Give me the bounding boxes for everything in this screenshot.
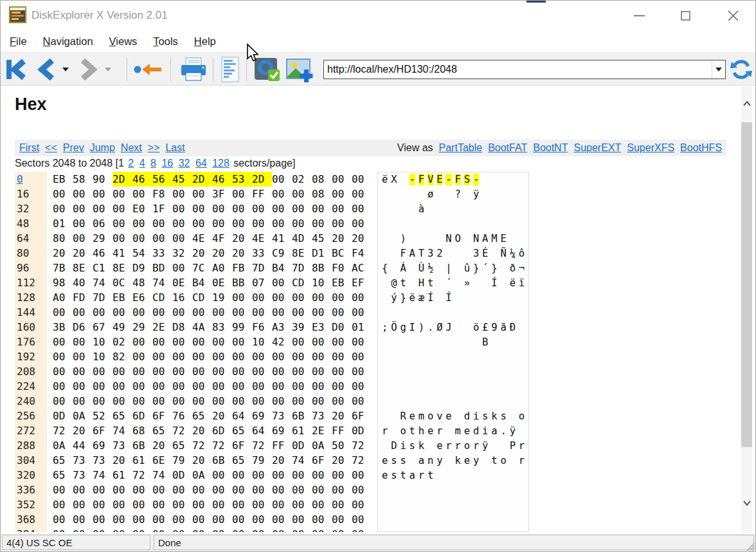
view-as-link-bootnt[interactable]: BootNT — [533, 142, 568, 154]
hex-byte: 02 — [292, 172, 312, 187]
hex-byte: 00 — [212, 379, 232, 394]
hex-byte: 00 — [252, 216, 272, 231]
resize-grip-icon[interactable] — [745, 541, 755, 551]
url-input[interactable] — [324, 61, 712, 78]
hex-byte: 0A — [53, 438, 73, 453]
hex-byte: 00 — [152, 394, 172, 409]
hex-byte: 00 — [272, 349, 292, 364]
hex-byte: 00 — [73, 512, 93, 527]
hex-byte: 00 — [172, 305, 192, 320]
hex-byte: 69 — [93, 438, 113, 453]
ascii-row: ëX -FVE-FS- — [378, 172, 528, 187]
hex-byte: 00 — [312, 305, 332, 320]
offset-0[interactable]: 0 — [15, 172, 47, 187]
hex-byte: 61 — [132, 453, 152, 468]
hex-row: 128A0FD7DEBE6CD16CD1900000000000000 — [15, 290, 372, 305]
nav-link-[interactable]: << — [45, 142, 57, 154]
hex-byte: 00 — [53, 187, 73, 201]
menu-item-navigation[interactable]: Navigation — [43, 35, 93, 48]
view-as-link-superext[interactable]: SuperEXT — [573, 142, 621, 154]
hex-byte: D8 — [172, 320, 192, 335]
hex-byte: 7B — [53, 261, 73, 275]
hex-byte: 00 — [132, 497, 152, 512]
ascii-row — [378, 217, 528, 232]
sectors-per-page-link-16[interactable]: 16 — [161, 158, 173, 169]
hex-byte: 4E — [252, 231, 272, 246]
hex-byte: 00 — [212, 335, 232, 349]
sectors-per-page-link-64[interactable]: 64 — [195, 158, 207, 169]
hex-byte: 00 — [232, 187, 252, 201]
image-add-button[interactable] — [286, 57, 313, 82]
first-button[interactable] — [4, 57, 28, 82]
view-as-link-bootfat[interactable]: BootFAT — [488, 142, 527, 154]
maximize-button[interactable] — [665, 1, 705, 30]
title-bar: DiskExplorer X Version 2.01 — [1, 1, 755, 30]
hex-byte: 00 — [93, 187, 113, 201]
hex-row: 30465737320616E79206B657920746F2072 — [15, 453, 372, 468]
hex-byte: 52 — [93, 409, 113, 423]
hex-byte: 00 — [332, 172, 352, 187]
minimize-button[interactable] — [619, 1, 659, 30]
hex-byte: 00 — [332, 379, 352, 394]
nav-link-last[interactable]: Last — [165, 142, 184, 154]
hex-byte: 72 — [192, 438, 212, 453]
nav-link-next[interactable]: Next — [121, 142, 142, 154]
hex-byte: 00 — [312, 527, 332, 532]
hex-byte: 29 — [93, 231, 113, 246]
nav-link-[interactable]: >> — [148, 142, 160, 154]
menu-item-file[interactable]: File — [10, 35, 27, 48]
hex-byte: 00 — [93, 201, 113, 216]
view-as-link-parttable[interactable]: PartTable — [439, 142, 483, 154]
refresh-button[interactable] — [730, 57, 753, 82]
jump-back-button[interactable] — [133, 57, 164, 82]
hex-byte: 00 — [332, 512, 352, 527]
scroll-up-button[interactable] — [741, 96, 752, 111]
menu-item-views[interactable]: Views — [109, 35, 138, 48]
close-button[interactable] — [713, 1, 753, 30]
view-as-link-boothfs[interactable]: BootHFS — [680, 142, 722, 154]
back-button[interactable] — [37, 57, 56, 82]
view-as-link-superxfs[interactable]: SuperXFS — [627, 142, 674, 154]
refresh-icon — [730, 58, 753, 81]
nav-link-prev[interactable]: Prev — [63, 142, 84, 154]
sectors-per-page-link-32[interactable]: 32 — [179, 158, 190, 169]
print-button[interactable] — [179, 57, 208, 82]
hex-byte: 00 — [93, 483, 113, 497]
hex-byte: 20 — [152, 438, 172, 453]
hex-byte: F4 — [352, 246, 372, 261]
hex-byte: FD — [73, 290, 93, 305]
nav-link-first[interactable]: First — [19, 142, 39, 154]
hex-byte: 20 — [192, 423, 212, 438]
scroll-down-button[interactable] — [741, 495, 752, 511]
nav-link-jump[interactable]: Jump — [90, 142, 115, 154]
hex-byte: 00 — [152, 335, 172, 349]
vertical-scrollbar[interactable] — [741, 87, 752, 533]
forward-button[interactable] — [79, 57, 98, 82]
sectors-per-page-link-2[interactable]: 2 — [128, 158, 134, 169]
hex-byte: 6F — [232, 438, 252, 453]
forward-history-dropdown[interactable] — [105, 57, 111, 82]
menu-item-help[interactable]: Help — [194, 35, 216, 48]
sectors-per-page-link-128[interactable]: 128 — [212, 158, 230, 169]
hex-byte: 00 — [152, 527, 172, 532]
scrollbar-thumb[interactable] — [741, 122, 752, 447]
hex-row: 0EB58902D4656452D46532D0002080000 — [15, 172, 372, 187]
hex-byte: 54 — [132, 246, 152, 261]
hex-byte: 00 — [272, 172, 292, 187]
sectors-per-page-link-8[interactable]: 8 — [150, 158, 156, 169]
menu-item-tools[interactable]: Tools — [153, 35, 178, 48]
hex-byte: 20 — [192, 453, 212, 468]
hex-byte: 74 — [292, 453, 312, 468]
hex-byte: 6B — [132, 438, 152, 453]
hex-byte: 00 — [292, 201, 312, 216]
report-button[interactable] — [221, 57, 240, 82]
offset-304: 304 — [15, 453, 47, 468]
hex-byte: 00 — [292, 187, 312, 201]
sectors-per-page-link-4[interactable]: 4 — [140, 158, 145, 169]
back-history-dropdown[interactable] — [62, 57, 69, 82]
url-dropdown-button[interactable] — [712, 60, 725, 78]
ascii-row — [378, 394, 528, 409]
hex-byte: 00 — [252, 394, 272, 409]
hex-byte: 00 — [312, 379, 332, 394]
hex-byte: 72 — [53, 423, 73, 438]
